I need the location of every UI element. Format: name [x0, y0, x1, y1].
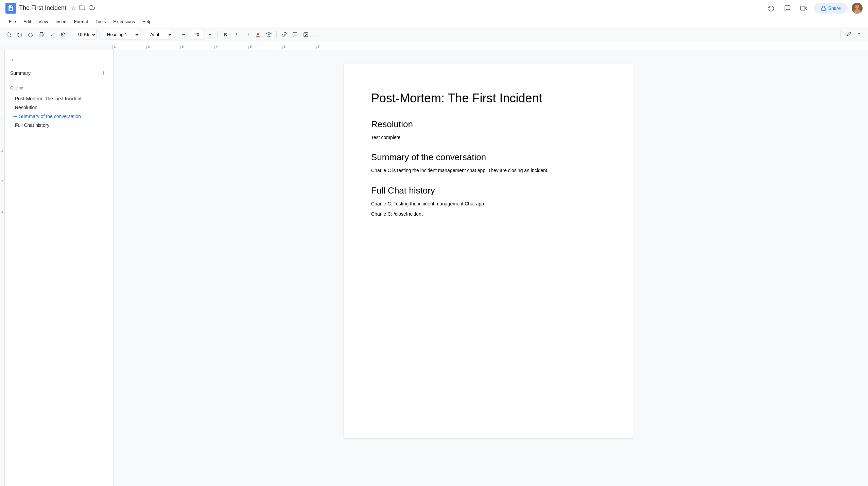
svg-point-4 [855, 5, 859, 9]
right-panel [863, 50, 868, 486]
image-button[interactable] [301, 30, 311, 39]
menu-edit[interactable]: Edit [20, 18, 34, 26]
toolbar-sep-1 [71, 31, 71, 38]
svg-text:6: 6 [284, 45, 285, 48]
ruler: 1 2 3 4 5 6 7 [0, 42, 868, 50]
svg-marker-0 [805, 6, 807, 9]
menu-file[interactable]: File [5, 18, 19, 26]
toolbar-sep-3 [143, 31, 143, 38]
title-bar: The First Incident ☆ Share [0, 0, 868, 16]
back-button[interactable]: ← [10, 56, 17, 64]
page-num-4: 4 [1, 210, 3, 214]
svg-point-6 [7, 33, 11, 36]
cloud-icon[interactable] [88, 4, 96, 13]
outline-item-0[interactable]: Post-Mortem: The First Incident [10, 95, 108, 103]
share-button[interactable]: Share [814, 3, 848, 14]
redo-button[interactable] [26, 30, 35, 39]
doc-main-title[interactable]: Post-Mortem: The First Incident [371, 91, 606, 105]
toolbar-right: ⌃ [839, 30, 864, 39]
section-body-1-0[interactable]: Charlie C is testing the incident manage… [371, 167, 606, 174]
menu-insert[interactable]: Insert [52, 18, 70, 26]
paint-format-button[interactable] [58, 30, 68, 39]
outline-item-3[interactable]: Full Chat history [10, 121, 108, 129]
main-layout: 1 2 3 4 ← Summary + Outline Post-Mortem:… [0, 50, 868, 486]
menu-help[interactable]: Help [139, 18, 155, 26]
section-heading-1[interactable]: Summary of the conversation [371, 152, 606, 163]
page-num-2: 2 [1, 149, 3, 152]
toolbar-sep-4 [176, 31, 176, 38]
avatar[interactable] [852, 3, 863, 14]
document-page[interactable]: Post-Mortem: The First Incident Resoluti… [344, 64, 633, 438]
video-icon[interactable] [798, 2, 810, 14]
toolbar-sep-6 [276, 31, 277, 38]
font-select[interactable]: Arial [146, 30, 173, 39]
svg-text:2: 2 [148, 45, 150, 48]
doc-title: The First Incident [19, 4, 66, 12]
font-size-increase[interactable]: + [205, 30, 215, 39]
svg-rect-8 [40, 35, 43, 37]
svg-line-7 [10, 36, 11, 37]
outline-list: Post-Mortem: The First Incident Resoluti… [10, 95, 108, 129]
underline-button[interactable]: U [242, 30, 252, 39]
title-bar-right: Share [765, 2, 863, 14]
section-body-2-0[interactable]: Charlie C: Testing the incident manageme… [371, 200, 606, 207]
svg-text:3: 3 [182, 45, 184, 48]
doc-area[interactable]: Post-Mortem: The First Incident Resoluti… [114, 50, 863, 486]
comment-button[interactable] [290, 30, 300, 39]
svg-text:5: 5 [250, 45, 251, 48]
collapse-button[interactable]: ⌃ [854, 30, 864, 39]
menu-bar: File Edit View Insert Format Tools Exten… [0, 16, 868, 27]
folder-icon[interactable] [79, 4, 86, 13]
font-size-input[interactable] [190, 30, 204, 39]
more-button[interactable]: ⋯ [312, 30, 322, 39]
search-button[interactable] [4, 30, 14, 39]
menu-view[interactable]: View [35, 18, 51, 26]
sidebar-summary-row: Summary + [10, 69, 108, 77]
svg-rect-1 [800, 6, 805, 10]
svg-text:1: 1 [114, 45, 116, 48]
zoom-select[interactable]: 100% [74, 30, 97, 39]
menu-format[interactable]: Format [71, 18, 91, 26]
comments-icon[interactable] [781, 2, 794, 14]
toolbar-sep-right [840, 31, 841, 38]
undo-button[interactable] [15, 30, 24, 39]
toolbar-sep-5 [218, 31, 218, 38]
sidebar-outline-label: Outline [10, 86, 108, 90]
svg-rect-2 [821, 8, 826, 10]
menu-tools[interactable]: Tools [92, 18, 109, 26]
svg-text:7: 7 [318, 45, 319, 48]
outline-item-label-2: Summary of the conversation [19, 114, 81, 119]
section-body-2-1[interactable]: Charlie C: /closeIncident [371, 210, 606, 218]
edit-mode-button[interactable] [844, 30, 853, 39]
style-select[interactable]: Heading 1 [103, 30, 140, 39]
font-size-decrease[interactable]: − [179, 30, 188, 39]
text-color-button[interactable]: A [253, 30, 263, 39]
link-button[interactable] [279, 30, 289, 39]
section-heading-0[interactable]: Resolution [371, 119, 606, 130]
print-button[interactable] [37, 30, 46, 39]
highlight-button[interactable] [264, 30, 274, 39]
sidebar-divider [10, 80, 108, 80]
section-body-0-0[interactable]: Test complete [371, 134, 606, 141]
toolbar: 100% Heading 1 Arial − + B I U A ⋯ ⌃ [0, 27, 868, 42]
outline-item-1[interactable]: Resolution [10, 103, 108, 112]
doc-icon [5, 3, 16, 14]
outline-dash-2: — [13, 114, 17, 119]
menu-extensions[interactable]: Extensions [110, 18, 138, 26]
section-heading-2[interactable]: Full Chat history [371, 185, 606, 196]
left-margin: 1 2 3 4 [0, 50, 5, 486]
star-icon[interactable]: ☆ [70, 4, 76, 12]
sidebar-add-button[interactable]: + [100, 69, 108, 77]
svg-text:4: 4 [216, 45, 218, 48]
outline-item-label-3: Full Chat history [15, 122, 49, 128]
spellcheck-button[interactable] [48, 30, 57, 39]
outline-item-2[interactable]: — Summary of the conversation [10, 112, 108, 120]
svg-point-10 [305, 33, 306, 34]
history-icon[interactable] [765, 2, 777, 14]
share-label: Share [828, 5, 841, 11]
bold-button[interactable]: B [221, 30, 230, 39]
ruler-inner: 1 2 3 4 5 6 7 [112, 42, 868, 50]
title-bar-icons: ☆ [70, 4, 96, 13]
italic-button[interactable]: I [231, 30, 241, 39]
sidebar-summary-label: Summary [10, 70, 31, 76]
